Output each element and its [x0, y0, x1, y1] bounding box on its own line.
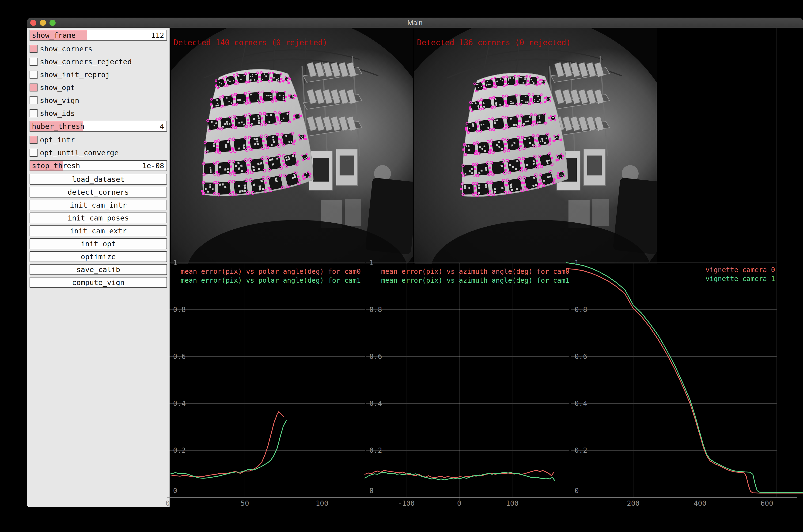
corner-marker-icon [504, 80, 506, 82]
corner-marker-icon [469, 107, 472, 110]
title-bar[interactable]: Main [27, 18, 803, 28]
corner-marker-icon [490, 171, 492, 173]
corner-marker-icon [533, 120, 536, 123]
plot-vignette-area[interactable] [571, 263, 803, 497]
corner-marker-icon [489, 167, 491, 169]
corner-marker-icon [283, 163, 285, 166]
apriltag [530, 94, 542, 104]
checkbox-box[interactable] [30, 45, 38, 53]
corner-marker-icon [277, 117, 279, 119]
compute_vign-button[interactable]: compute_vign [30, 277, 167, 288]
corner-marker-icon [285, 96, 287, 98]
corner-marker-icon [263, 120, 265, 123]
checkbox-show_corners[interactable]: show_corners [30, 43, 167, 54]
slider-huber_thresh[interactable]: huber_thresh4 [30, 121, 167, 132]
corner-marker-icon [544, 101, 546, 103]
corner-marker-icon [539, 79, 542, 82]
corner-marker-icon [261, 117, 263, 120]
corner-marker-icon [235, 80, 237, 82]
plot-polar-error-area[interactable] [170, 263, 365, 497]
detect_corners-button[interactable]: detect_corners [30, 187, 167, 197]
corner-marker-icon [482, 85, 485, 87]
checkbox-box[interactable] [30, 149, 38, 157]
corner-marker-icon [247, 119, 249, 121]
corner-marker-icon [297, 160, 299, 163]
checkbox-label: show_corners [40, 44, 92, 53]
apriltag [236, 73, 248, 84]
corner-marker-icon [504, 102, 507, 104]
slider-value: 112 [151, 31, 164, 39]
corner-marker-icon [537, 81, 539, 83]
corner-marker-icon [261, 98, 263, 100]
checkbox-show_opt[interactable]: show_opt [30, 82, 167, 93]
corner-marker-icon [232, 124, 234, 126]
corner-marker-icon [280, 141, 283, 144]
checkbox-show_init_reproj[interactable]: show_init_reproj [30, 69, 167, 80]
apriltag [491, 116, 505, 131]
plot-azimuth-error: -100010000.20.40.60.81mean error(pix) vs… [365, 259, 569, 507]
close-icon[interactable] [30, 20, 36, 26]
detection-status-1: Detected 136 corners (0 rejected) [417, 38, 571, 47]
corner-marker-icon [504, 147, 506, 149]
checkbox-box[interactable] [30, 109, 38, 117]
load_dataset-button[interactable]: load_dataset [30, 174, 167, 185]
corner-marker-icon [260, 96, 262, 98]
x-tick-label: 400 [694, 499, 706, 507]
checkbox-opt_until_converge[interactable]: opt_until_converge [30, 147, 167, 158]
init_cam_intr-button[interactable]: init_cam_intr [30, 200, 167, 210]
corner-marker-icon [462, 148, 464, 151]
corner-marker-icon [232, 170, 234, 173]
app-window: Main show_frame112show_cornersshow_corne… [27, 18, 803, 507]
slider-label: huber_thresh [32, 122, 84, 130]
checkbox-label: opt_intr [40, 136, 75, 144]
control-sidebar: show_frame112show_cornersshow_corners_re… [27, 28, 170, 507]
init_opt-button[interactable]: init_opt [30, 238, 167, 249]
checkbox-box[interactable] [30, 136, 38, 144]
corner-marker-icon [521, 167, 523, 169]
apriltag [516, 75, 528, 86]
checkbox-opt_intr[interactable]: opt_intr [30, 134, 167, 145]
traffic-lights [30, 18, 56, 28]
corner-marker-icon [247, 97, 249, 99]
checkbox-label: show_init_reproj [40, 70, 110, 79]
checkbox-show_vign[interactable]: show_vign [30, 95, 167, 106]
save_calib-button[interactable]: save_calib [30, 264, 167, 275]
checkbox-label: show_opt [40, 83, 75, 92]
slider-show_frame[interactable]: show_frame112 [30, 30, 167, 41]
corner-marker-icon [248, 164, 250, 166]
corner-marker-icon [247, 169, 249, 171]
corner-marker-icon [527, 80, 529, 82]
corner-marker-icon [489, 190, 491, 193]
corner-marker-icon [300, 114, 302, 117]
camera-view-1: Detected 136 corners (0 rejected) [414, 28, 657, 264]
corner-marker-icon [293, 139, 296, 142]
checkbox-box[interactable] [30, 96, 38, 104]
checkbox-label: show_ids [40, 109, 75, 117]
corner-marker-icon [270, 77, 272, 79]
optimize-button[interactable]: optimize [30, 251, 167, 262]
plot-azimuth-error-area[interactable] [366, 263, 569, 497]
corner-marker-icon [215, 171, 218, 173]
apriltag [203, 162, 216, 176]
corner-marker-icon [477, 125, 479, 128]
minimize-icon[interactable] [40, 20, 46, 26]
checkbox-box[interactable] [30, 71, 38, 79]
x-tick-label: 600 [761, 499, 773, 507]
init_cam_extr-button[interactable]: init_cam_extr [30, 225, 167, 236]
maximize-icon[interactable] [50, 20, 56, 26]
corner-marker-icon [217, 149, 219, 151]
checkbox-show_corners_rejected[interactable]: show_corners_rejected [30, 56, 167, 67]
corner-marker-icon [259, 76, 261, 78]
corner-marker-icon [519, 120, 521, 122]
init_cam_poses-button[interactable]: init_cam_poses [30, 212, 167, 223]
corner-marker-icon [277, 119, 280, 121]
corner-marker-icon [536, 159, 538, 162]
corner-marker-icon [267, 187, 270, 189]
checkbox-box[interactable] [30, 58, 38, 66]
checkbox-show_ids[interactable]: show_ids [30, 108, 167, 118]
checkbox-box[interactable] [30, 83, 38, 92]
apriltag [248, 72, 259, 83]
corner-marker-icon [304, 135, 306, 137]
slider-stop_thresh[interactable]: stop_thresh1e-08 [30, 160, 167, 171]
corner-marker-icon [246, 99, 249, 101]
